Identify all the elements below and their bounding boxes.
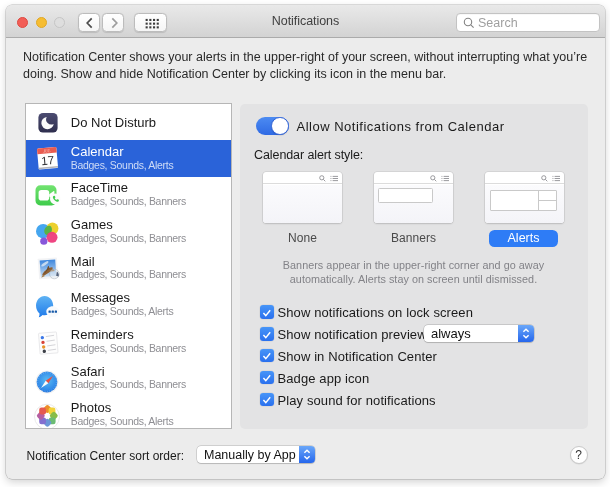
svg-text:17: 17 bbox=[41, 154, 55, 169]
